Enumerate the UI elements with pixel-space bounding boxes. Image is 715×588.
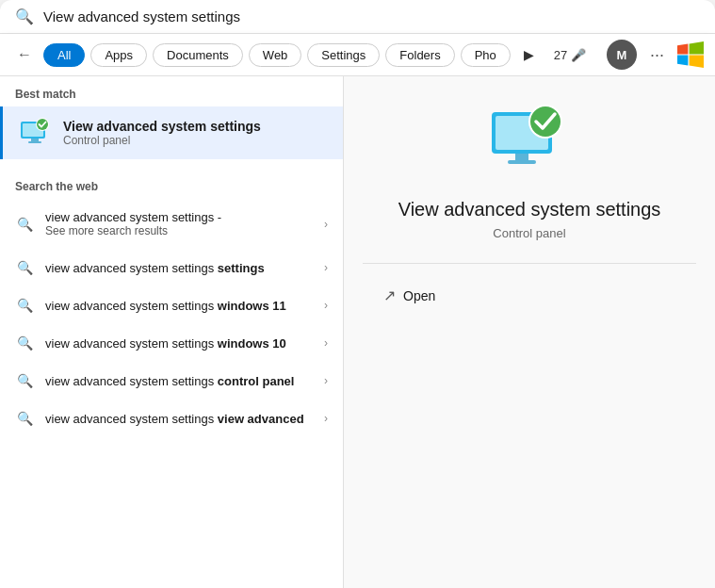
web-item-text-3: view advanced system settings windows 10 bbox=[45, 336, 313, 351]
web-item-text-5: view advanced system settings view advan… bbox=[45, 412, 313, 426]
web-search-item-2[interactable]: 🔍 view advanced system settings windows … bbox=[0, 286, 343, 324]
search-input[interactable] bbox=[43, 8, 700, 24]
web-search-item-5[interactable]: 🔍 view advanced system settings view adv… bbox=[0, 400, 343, 437]
filter-pill-web[interactable]: Web bbox=[249, 43, 302, 67]
svg-rect-2 bbox=[31, 139, 39, 141]
search-icon-5: 🔍 bbox=[15, 411, 34, 426]
chevron-icon-3: › bbox=[324, 336, 328, 350]
chevron-icon-0: › bbox=[324, 218, 328, 231]
chevron-icon-4: › bbox=[324, 374, 328, 387]
filter-pill-documents[interactable]: Documents bbox=[153, 43, 243, 67]
search-bar: 🔍 bbox=[0, 0, 715, 34]
windows-logo-icon bbox=[677, 41, 704, 68]
chevron-icon-5: › bbox=[324, 412, 328, 425]
monitor-icon bbox=[18, 116, 52, 150]
app-icon-area bbox=[487, 105, 572, 180]
chevron-icon-2: › bbox=[324, 299, 328, 312]
main-content: Best match View advanced sys bbox=[0, 76, 715, 588]
open-button[interactable]: ↗ Open bbox=[372, 279, 447, 312]
mic-icon: 🎤 bbox=[571, 48, 586, 62]
right-panel: View advanced system settings Control pa… bbox=[344, 76, 715, 588]
web-search-item-0[interactable]: 🔍 view advanced system settings - See mo… bbox=[0, 199, 343, 249]
open-external-icon: ↗ bbox=[383, 286, 396, 304]
filter-pill-settings[interactable]: Settings bbox=[307, 43, 380, 67]
best-match-icon-box bbox=[18, 116, 52, 150]
web-item-text-2: view advanced system settings windows 11 bbox=[45, 299, 313, 313]
best-match-label: Best match bbox=[0, 76, 343, 106]
filter-bar: ← All Apps Documents Web Settings Folder… bbox=[0, 34, 715, 76]
filter-pill-photos[interactable]: Pho bbox=[461, 43, 511, 67]
filter-pill-apps[interactable]: Apps bbox=[90, 43, 147, 67]
chevron-icon-1: › bbox=[324, 261, 328, 274]
svg-rect-9 bbox=[508, 160, 536, 164]
svg-rect-3 bbox=[28, 141, 41, 143]
best-match-item[interactable]: View advanced system settings Control pa… bbox=[0, 106, 343, 159]
play-button[interactable]: ▶ bbox=[516, 41, 543, 68]
more-button[interactable]: ··· bbox=[642, 41, 672, 69]
search-icon-1: 🔍 bbox=[15, 260, 34, 275]
search-icon-4: 🔍 bbox=[15, 373, 34, 388]
search-icon: 🔍 bbox=[15, 8, 34, 25]
web-search-item-3[interactable]: 🔍 view advanced system settings windows … bbox=[0, 324, 343, 362]
svg-rect-8 bbox=[515, 154, 528, 160]
best-match-text: View advanced system settings Control pa… bbox=[63, 119, 261, 147]
detail-monitor-icon bbox=[487, 105, 572, 180]
web-search-item-4[interactable]: 🔍 view advanced system settings control … bbox=[0, 362, 343, 400]
left-panel: Best match View advanced sys bbox=[0, 76, 344, 588]
filter-pill-all[interactable]: All bbox=[43, 43, 85, 67]
detail-app-title: View advanced system settings bbox=[398, 199, 661, 220]
filter-pill-folders[interactable]: Folders bbox=[385, 43, 454, 67]
back-button[interactable]: ← bbox=[11, 42, 38, 67]
avatar[interactable]: M bbox=[607, 40, 637, 70]
web-item-text-1: view advanced system settings settings bbox=[45, 261, 313, 275]
web-item-text-4: view advanced system settings control pa… bbox=[45, 374, 313, 388]
search-icon-0: 🔍 bbox=[15, 217, 34, 232]
search-icon-3: 🔍 bbox=[15, 335, 34, 351]
web-item-text-0: view advanced system settings - See more… bbox=[45, 210, 313, 237]
web-search-item-1[interactable]: 🔍 view advanced system settings settings… bbox=[0, 249, 343, 286]
web-search-label: Search the web bbox=[0, 169, 343, 199]
badge-count[interactable]: 27 🎤 bbox=[548, 44, 592, 66]
web-search-section: Search the web 🔍 view advanced system se… bbox=[0, 159, 343, 437]
detail-divider bbox=[363, 263, 696, 264]
search-icon-2: 🔍 bbox=[15, 298, 34, 313]
detail-app-subtitle: Control panel bbox=[493, 226, 565, 240]
